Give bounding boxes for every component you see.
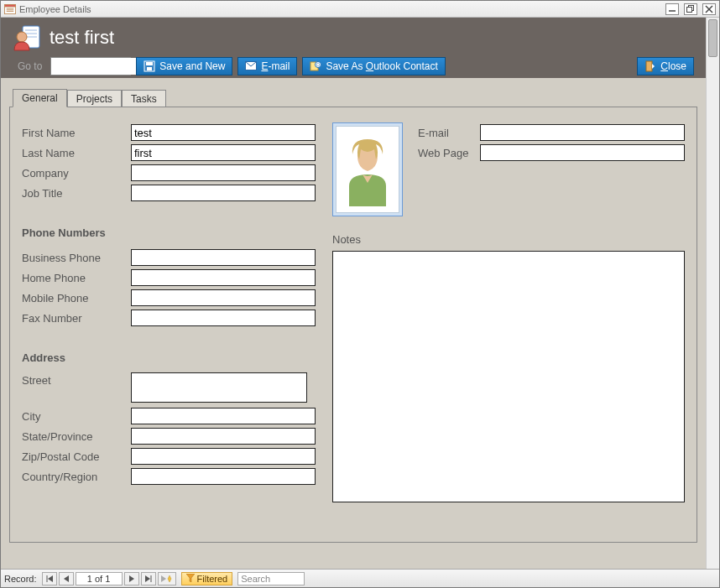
home-phone-field[interactable] xyxy=(131,269,316,286)
business-phone-label: Business Phone xyxy=(22,252,131,264)
left-column: First Name Last Name Company Job Ti xyxy=(22,122,316,502)
funnel-icon xyxy=(186,574,195,584)
tab-projects[interactable]: Projects xyxy=(67,90,122,107)
state-label: State/Province xyxy=(22,430,131,443)
mobile-phone-label: Mobile Phone xyxy=(22,292,131,304)
fax-field[interactable] xyxy=(131,310,316,326)
zip-field[interactable] xyxy=(131,448,316,465)
scroll-thumb[interactable] xyxy=(708,19,717,57)
svg-marker-25 xyxy=(48,575,53,582)
svg-rect-17 xyxy=(147,67,152,70)
street-label: Street xyxy=(22,372,131,387)
job-title-field[interactable] xyxy=(131,185,316,201)
email-label: E-mail xyxy=(418,127,480,139)
last-name-field[interactable] xyxy=(131,144,316,161)
home-phone-label: Home Phone xyxy=(22,272,131,284)
email-label: E-mail xyxy=(261,60,290,72)
tabstrip: General Projects Tasks xyxy=(13,86,697,107)
svg-rect-16 xyxy=(146,62,153,65)
phone-section-header: Phone Numbers xyxy=(22,226,316,239)
goto-combo[interactable]: ▾ xyxy=(50,57,131,75)
outlook-icon: O xyxy=(310,60,321,72)
save-and-new-button[interactable]: Save and New xyxy=(136,57,232,75)
svg-marker-23 xyxy=(652,64,655,69)
last-name-label: Last Name xyxy=(22,147,131,159)
svg-marker-31 xyxy=(168,575,171,582)
svg-text:O: O xyxy=(316,62,320,67)
email-icon xyxy=(245,60,257,72)
restore-button[interactable] xyxy=(684,3,697,15)
city-label: City xyxy=(22,410,131,423)
nav-last-button[interactable] xyxy=(141,572,156,585)
content-area: test first Go to ▾ Save and New xyxy=(1,18,719,569)
svg-marker-26 xyxy=(64,575,69,582)
street-field[interactable] xyxy=(131,372,307,403)
nav-new-button[interactable] xyxy=(158,572,176,585)
business-phone-field[interactable] xyxy=(131,249,316,266)
fax-label: Fax Number xyxy=(22,312,131,325)
city-field[interactable] xyxy=(131,408,316,424)
door-close-icon xyxy=(644,60,656,72)
employee-photo[interactable] xyxy=(332,122,403,216)
filter-label: Filtered xyxy=(197,574,228,584)
filter-button[interactable]: Filtered xyxy=(181,572,233,585)
close-button[interactable]: Close xyxy=(637,57,694,75)
job-title-label: Job Title xyxy=(22,187,131,200)
save-and-new-label: Save and New xyxy=(159,60,225,72)
photo-placeholder-icon xyxy=(336,126,399,213)
record-counter[interactable]: 1 of 1 xyxy=(76,572,123,585)
notes-label: Notes xyxy=(332,233,685,246)
form-header: test first Go to ▾ Save and New xyxy=(1,18,706,78)
goto-label: Go to xyxy=(18,60,42,72)
close-label: Close xyxy=(660,60,686,72)
nav-prev-button[interactable] xyxy=(59,572,74,585)
save-as-outlook-label: Save As Outlook Contact xyxy=(326,60,437,72)
employee-details-window: Employee Details xyxy=(0,0,720,588)
svg-point-14 xyxy=(17,32,27,42)
country-field[interactable] xyxy=(131,468,316,485)
nav-next-button[interactable] xyxy=(124,572,139,585)
email-button[interactable]: E-mail xyxy=(237,57,297,75)
tab-general[interactable]: General xyxy=(13,89,67,107)
nav-first-button[interactable] xyxy=(42,572,57,585)
header-title: test first xyxy=(50,27,114,49)
save-icon xyxy=(143,60,155,72)
first-name-label: First Name xyxy=(22,127,131,139)
state-field[interactable] xyxy=(131,428,316,445)
svg-marker-32 xyxy=(186,574,195,582)
web-page-label: Web Page xyxy=(418,147,480,159)
save-as-outlook-button[interactable]: O Save As Outlook Contact xyxy=(302,57,445,75)
svg-marker-27 xyxy=(129,575,134,582)
tab-panel-general: First Name Last Name Company Job Ti xyxy=(9,107,697,543)
window-title: Employee Details xyxy=(19,4,91,14)
email-field[interactable] xyxy=(480,124,685,141)
svg-marker-28 xyxy=(145,575,150,582)
form-icon xyxy=(4,4,16,14)
close-window-button[interactable] xyxy=(702,3,716,15)
web-page-field[interactable] xyxy=(480,144,685,161)
tab-tasks[interactable]: Tasks xyxy=(122,90,166,107)
toolbar: Go to ▾ Save and New E-mail xyxy=(13,55,694,78)
notes-field[interactable] xyxy=(332,251,685,502)
record-search-input[interactable]: Search xyxy=(237,572,305,585)
svg-rect-7 xyxy=(687,7,692,12)
mobile-phone-field[interactable] xyxy=(131,289,316,306)
record-navigation: Record: 1 of 1 Filtered Search xyxy=(1,569,719,587)
first-name-field[interactable] xyxy=(131,124,316,141)
svg-rect-22 xyxy=(646,61,652,71)
svg-marker-30 xyxy=(161,575,166,582)
zip-label: Zip/Postal Code xyxy=(22,450,131,463)
vertical-scrollbar[interactable] xyxy=(706,18,719,569)
country-label: Country/Region xyxy=(22,471,131,483)
minimize-button[interactable] xyxy=(665,3,679,15)
right-column: E-mail Web Page Notes xyxy=(332,122,685,502)
titlebar: Employee Details xyxy=(1,1,719,18)
address-section-header: Address xyxy=(22,351,316,364)
form-body: General Projects Tasks First Name Last N… xyxy=(1,78,706,569)
company-field[interactable] xyxy=(131,164,316,181)
employee-icon xyxy=(13,23,41,52)
company-label: Company xyxy=(22,167,131,180)
svg-rect-1 xyxy=(5,4,16,7)
record-nav-label: Record: xyxy=(4,574,37,584)
